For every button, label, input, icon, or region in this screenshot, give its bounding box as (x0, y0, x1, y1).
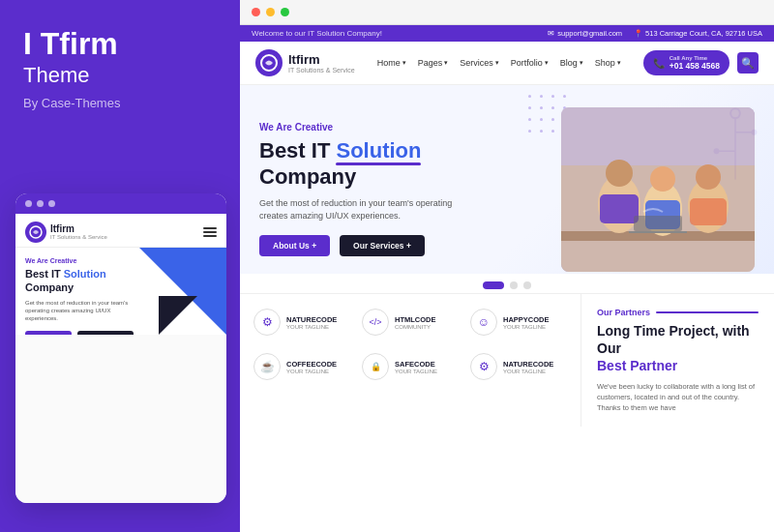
site-nav: ltfirm IT Solutions & Service Home ▾ Pag… (240, 42, 774, 85)
mobile-dot-1 (25, 200, 32, 207)
nav-link-pages[interactable]: Pages ▾ (418, 58, 449, 68)
partners-description: We've been lucky to collaborate with a l… (597, 381, 759, 414)
svg-rect-15 (634, 216, 682, 231)
brand-title: I Tfirm (23, 27, 217, 61)
about-us-button[interactable]: About Us + (259, 235, 330, 256)
hero-buttons: About Us + Our Services + (259, 235, 551, 256)
nav-logo-circle (255, 49, 283, 76)
mobile-buttons: About Us + Our Services + (25, 331, 141, 335)
partner-tagline-4: YOUR TAGLINE (286, 369, 337, 374)
partner-item: ⚙ NATURECODE YOUR TAGLINE (470, 348, 567, 385)
hero-title: Best IT Solution Company (259, 138, 551, 190)
svg-point-21 (714, 148, 720, 154)
partner-icon-coffeecode: ☕ (253, 353, 281, 380)
partner-item: ☕ COFFEECODE YOUR TAGLINE (253, 348, 350, 385)
topbar-email-text: support@gmail.com (557, 29, 622, 38)
circuit-decoration (697, 85, 774, 274)
mobile-preview-card: ltfirm IT Solutions & Service We Are Cre… (15, 193, 226, 503)
mobile-logo: ltfirm IT Solutions & Service (25, 222, 107, 243)
partners-grid: ⚙ NATURECODE YOUR TAGLINE </> HTMLCODE C… (253, 304, 567, 385)
site-hero: We Are Creative Best IT Solution Company… (240, 85, 774, 274)
email-icon: ✉ (548, 29, 554, 38)
browser-close-dot[interactable] (252, 8, 260, 16)
search-button[interactable]: 🔍 (737, 52, 759, 74)
partner-name-2: HTMLCODE (395, 315, 436, 324)
nav-link-shop[interactable]: Shop ▾ (595, 58, 621, 68)
slider-dot-1[interactable] (483, 281, 504, 289)
svg-point-16 (730, 108, 740, 118)
slider-dot-2[interactable] (510, 281, 518, 289)
partners-tag-decoration (656, 311, 759, 313)
partner-item: </> HTMLCODE COMMUNITY (362, 304, 459, 340)
hero-content: We Are Creative Best IT Solution Company… (259, 122, 561, 256)
svg-point-6 (606, 160, 633, 187)
browser-maximize-dot[interactable] (281, 8, 289, 16)
mobile-logo-text: ltfirm (50, 224, 107, 234)
hero-title-part2: Company (259, 164, 356, 189)
svg-rect-7 (600, 194, 639, 223)
mobile-title-accent: Solution (64, 268, 106, 280)
nav-logo: ltfirm IT Solutions & Service (255, 49, 355, 76)
partner-icon-safecode: 🔒 (362, 353, 389, 380)
partner-name-5: SAFECODE (395, 360, 437, 369)
partners-tag-text: Our Partners (597, 308, 650, 317)
partner-name-1: NATURECODE (286, 315, 337, 324)
mobile-creative-tag: We Are Creative (25, 257, 141, 264)
partner-tagline-1: YOUR TAGLINE (286, 324, 337, 330)
mobile-services-button[interactable]: Our Services + (77, 331, 134, 335)
hero-title-accent: Solution (336, 138, 421, 163)
partner-icon-happycode: ☺ (470, 309, 497, 336)
browser-chrome (240, 0, 774, 25)
search-icon: 🔍 (741, 57, 755, 70)
nav-links: Home ▾ Pages ▾ Services ▾ Portfolio ▾ Bl… (377, 58, 621, 68)
partners-title-part1: Long Time Project, with Our (597, 323, 750, 356)
partners-logos: ⚙ NATURECODE YOUR TAGLINE </> HTMLCODE C… (240, 294, 580, 427)
mobile-hero-area: We Are Creative Best IT Solution Company… (15, 248, 226, 335)
left-panel: I Tfirm Theme By Case-Themes ltfirm IT S… (0, 0, 240, 532)
our-services-button[interactable]: Our Services + (340, 235, 425, 256)
topbar-address: 📍 513 Carriage Court, CA, 92716 USA (634, 29, 762, 38)
mobile-logo-circle (25, 222, 46, 243)
partner-tagline-6: YOUR TAGLINE (503, 369, 553, 374)
partners-section-tag: Our Partners (597, 308, 759, 317)
bottom-area: ⚙ NATURECODE YOUR TAGLINE </> HTMLCODE C… (240, 293, 774, 427)
nav-logo-text: ltfirm (288, 52, 355, 67)
topbar-welcome-text: Welcome to our IT Solution Company! (252, 29, 382, 38)
nav-phone-button[interactable]: 📞 Call Any Time +01 458 4568 (643, 50, 729, 75)
main-browser-area: Welcome to our IT Solution Company! ✉ su… (240, 0, 774, 532)
mobile-title-part1: Best IT (25, 268, 64, 280)
partner-name-6: NATURECODE (503, 360, 553, 369)
partner-tagline-2: COMMUNITY (395, 324, 436, 330)
mobile-about-button[interactable]: About Us + (25, 331, 72, 335)
topbar-email: ✉ support@gmail.com (548, 29, 622, 38)
phone-number: +01 458 4568 (670, 61, 720, 71)
mobile-hamburger-icon[interactable] (203, 227, 217, 237)
mobile-card-bottom (15, 335, 226, 503)
topbar-address-text: 513 Carriage Court, CA, 92716 USA (645, 29, 762, 38)
browser-minimize-dot[interactable] (266, 8, 275, 16)
nav-link-home[interactable]: Home ▾ (377, 58, 406, 68)
nav-link-services[interactable]: Services ▾ (460, 58, 499, 68)
mobile-topbar (15, 193, 226, 214)
mobile-dot-2 (37, 200, 44, 207)
topbar-contacts: ✉ support@gmail.com 📍 513 Carriage Court… (548, 29, 762, 38)
mobile-hero-triangle2 (159, 296, 197, 335)
partner-item: ☺ HAPPYCODE YOUR TAGLINE (470, 304, 567, 340)
partner-item: 🔒 SAFECODE YOUR TAGLINE (362, 348, 459, 385)
mobile-logo-sub: IT Solutions & Service (50, 234, 107, 240)
brand-subtitle: Theme (23, 63, 217, 88)
nav-link-portfolio[interactable]: Portfolio ▾ (511, 58, 549, 68)
partners-title: Long Time Project, with Our Best Partner (597, 322, 759, 375)
svg-point-19 (752, 130, 758, 135)
partner-icon-htmlcode: </> (362, 309, 389, 336)
hero-creative-tag: We Are Creative (259, 122, 551, 133)
slider-dot-3[interactable] (523, 281, 531, 289)
partner-icon-naturecode2: ⚙ (470, 353, 497, 380)
partners-text-area: Our Partners Long Time Project, with Our… (580, 294, 774, 427)
mobile-hero-title: Best IT Solution Company (25, 267, 141, 295)
partner-tagline-5: YOUR TAGLINE (395, 369, 437, 374)
nav-cta: 📞 Call Any Time +01 458 4568 🔍 (643, 50, 759, 75)
partner-item: ⚙ NATURECODE YOUR TAGLINE (253, 304, 350, 340)
nav-link-blog[interactable]: Blog ▾ (560, 58, 583, 68)
partner-icon-naturecode1: ⚙ (253, 309, 281, 336)
